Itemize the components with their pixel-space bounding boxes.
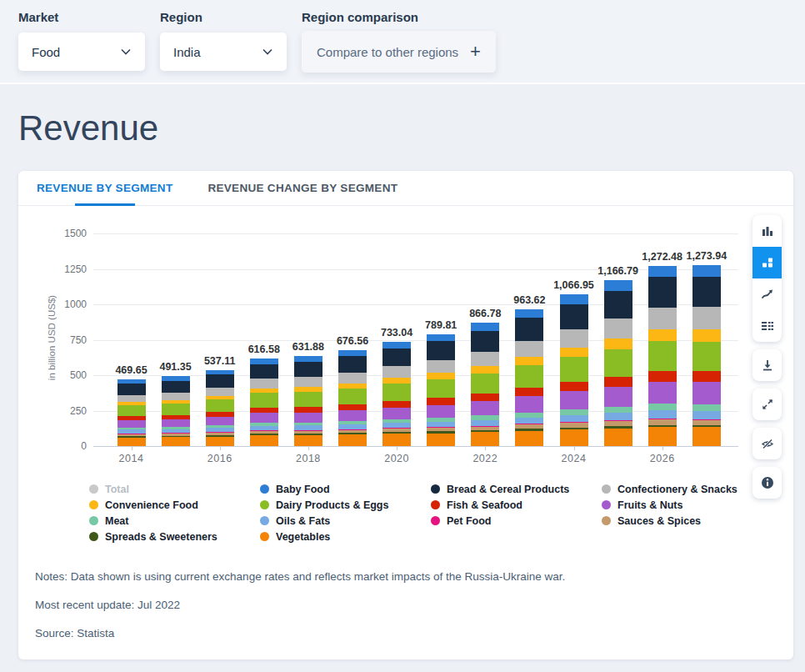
legend-item-dairy-products-eggs[interactable]: Dairy Products & Eggs [260,497,431,513]
bar-segment-oils-fats[interactable] [692,411,721,419]
bar-segment-fish-seafood[interactable] [648,371,677,382]
bar-segment-vegetables[interactable] [471,432,499,446]
bar-segment-fruits-nuts[interactable] [382,408,411,419]
bar-segment-sauces-spices[interactable] [118,434,146,436]
bar-segment-spreads-sweeteners[interactable] [338,433,367,434]
region-select[interactable]: India [160,33,287,71]
bar-segment-baby-food[interactable] [692,265,721,276]
bar-segment-fish-seafood[interactable] [560,382,588,391]
bar-segment-convenience-food[interactable] [692,329,721,342]
bar-segment-baby-food[interactable] [427,334,455,341]
bar-segment-dairy-products-eggs[interactable] [604,349,632,376]
bar-segment-dairy-products-eggs[interactable] [294,392,322,407]
bar-segment-oils-fats[interactable] [471,420,499,426]
bar-segment-meat[interactable] [648,404,677,410]
legend-item-baby-food[interactable]: Baby Food [260,481,431,497]
bar-segment-sauces-spices[interactable] [692,419,721,425]
bar-segment-bread-cereal-products[interactable] [250,364,278,379]
bar-segment-meat[interactable] [294,423,322,426]
bar-segment-fish-seafood[interactable] [515,388,543,396]
legend-item-fish-seafood[interactable]: Fish & Seafood [431,497,602,513]
info-button[interactable] [752,467,782,499]
bar-segment-baby-food[interactable] [560,294,588,303]
bar-segment-convenience-food[interactable] [604,339,632,349]
bar-segment-dairy-products-eggs[interactable] [471,374,499,394]
legend-item-convenience-food[interactable]: Convenience Food [89,497,260,513]
bar-segment-bread-cereal-products[interactable] [162,381,190,393]
bar-segment-sauces-spices[interactable] [338,429,367,433]
bar-segment-spreads-sweeteners[interactable] [206,435,234,437]
bar-segment-bread-cereal-products[interactable] [427,341,455,360]
bar-segment-bread-cereal-products[interactable] [382,349,411,366]
bar-segment-convenience-food[interactable] [427,373,455,379]
legend-item-bread-cereal-products[interactable]: Bread & Cereal Products [431,481,602,497]
legend-item-sauces-spices[interactable]: Sauces & Spices [602,513,772,529]
bar-segment-fish-seafood[interactable] [338,404,367,410]
bar-segment-oils-fats[interactable] [118,429,146,433]
bar-segment-fruits-nuts[interactable] [338,410,367,421]
bar-segment-baby-food[interactable] [648,266,677,277]
tab-revenue-change-by-segment[interactable]: REVENUE CHANGE BY SEGMENT [208,171,398,206]
bar-segment-baby-food[interactable] [162,376,190,380]
bar-segment-spreads-sweeteners[interactable] [692,425,721,427]
bar-segment-sauces-spices[interactable] [604,421,632,427]
bar-segment-vegetables[interactable] [604,429,632,446]
bar-segment-vegetables[interactable] [294,435,322,446]
bar-segment-confectionery-snacks[interactable] [250,379,278,389]
bar-segment-meat[interactable] [560,409,588,415]
bar-segment-confectionery-snacks[interactable] [604,318,632,339]
bar-segment-fruits-nuts[interactable] [560,391,588,409]
bar-segment-fruits-nuts[interactable] [427,405,455,418]
bar-segment-meat[interactable] [338,421,367,424]
bar-segment-convenience-food[interactable] [648,329,677,342]
bar-segment-dairy-products-eggs[interactable] [560,357,588,382]
bar-segment-fruits-nuts[interactable] [206,417,234,425]
bar-segment-confectionery-snacks[interactable] [648,308,677,329]
bar-segment-bread-cereal-products[interactable] [692,277,721,308]
bar-segment-oils-fats[interactable] [427,422,455,427]
bar-segment-baby-food[interactable] [118,379,146,384]
bar-segment-oils-fats[interactable] [382,423,411,428]
bar-segment-fish-seafood[interactable] [206,412,234,417]
bar-segment-oils-fats[interactable] [560,415,588,423]
bar-segment-oils-fats[interactable] [604,413,632,420]
bar-segment-baby-food[interactable] [294,356,322,362]
bar-segment-meat[interactable] [427,418,455,422]
bar-segment-vegetables[interactable] [118,438,146,446]
bar-segment-fruits-nuts[interactable] [471,401,499,415]
column-chart-button[interactable] [752,215,782,247]
bar-segment-sauces-spices[interactable] [250,430,278,434]
bar-segment-dairy-products-eggs[interactable] [118,405,146,417]
line-chart-button[interactable] [752,278,782,310]
bar-segment-baby-food[interactable] [604,280,632,290]
bar-segment-bread-cereal-products[interactable] [471,331,499,352]
legend-item-meat[interactable]: Meat [89,513,260,529]
bar-segment-confectionery-snacks[interactable] [338,373,367,384]
bar-segment-confectionery-snacks[interactable] [162,393,190,400]
bar-segment-meat[interactable] [604,407,632,413]
bar-segment-spreads-sweeteners[interactable] [162,436,190,438]
bar-segment-dairy-products-eggs[interactable] [250,393,278,408]
bar-segment-vegetables[interactable] [206,437,234,446]
legend-item-confectionery-snacks[interactable]: Confectionery & Snacks [602,481,772,497]
bar-segment-spreads-sweeteners[interactable] [294,434,322,435]
bar-segment-confectionery-snacks[interactable] [692,307,721,329]
bar-segment-confectionery-snacks[interactable] [206,388,234,396]
bar-segment-fish-seafood[interactable] [692,371,721,382]
legend-item-total[interactable]: Total [89,481,260,497]
bar-segment-sauces-spices[interactable] [294,430,322,434]
bar-segment-dairy-products-eggs[interactable] [427,379,455,398]
bar-segment-bread-cereal-products[interactable] [560,304,588,330]
stacked-chart-button[interactable] [752,247,782,278]
bar-segment-vegetables[interactable] [382,434,411,446]
bar-segment-sauces-spices[interactable] [560,423,588,428]
bar-segment-vegetables[interactable] [648,427,677,446]
bar-segment-fish-seafood[interactable] [118,416,146,420]
bar-segment-confectionery-snacks[interactable] [560,329,588,348]
bar-segment-sauces-spices[interactable] [206,432,234,435]
bar-segment-dairy-products-eggs[interactable] [515,365,543,388]
bar-segment-bread-cereal-products[interactable] [515,318,543,341]
bar-segment-confectionery-snacks[interactable] [471,352,499,366]
bar-segment-spreads-sweeteners[interactable] [250,434,278,435]
bar-segment-confectionery-snacks[interactable] [515,341,543,357]
